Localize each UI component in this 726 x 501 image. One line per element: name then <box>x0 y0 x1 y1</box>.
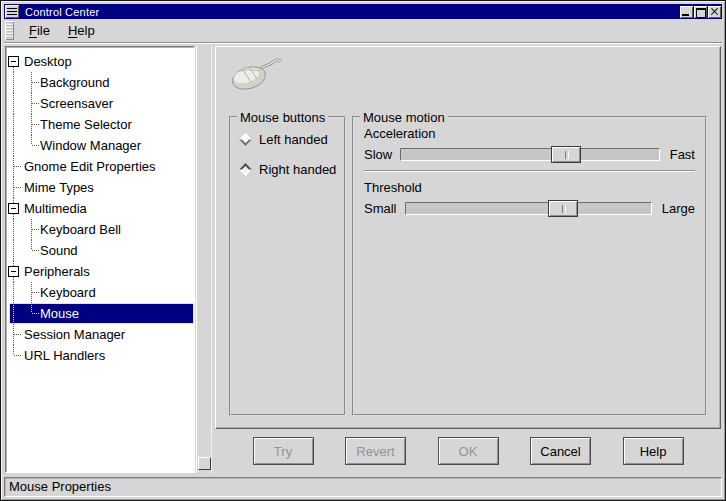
tree: DesktopBackgroundScreensaverTheme Select… <box>6 47 194 366</box>
control-center-window: Control Center FileHelp DesktopBackgroun… <box>0 0 726 501</box>
tree-item-mime-types[interactable]: Mime Types <box>7 177 194 198</box>
tree-item-label: Mouse <box>40 303 79 324</box>
paned-handle-icon[interactable] <box>198 457 211 470</box>
menu-item-file[interactable]: File <box>20 21 59 40</box>
tree-item-label: Mime Types <box>24 177 94 198</box>
menu-item-help[interactable]: Help <box>59 21 104 40</box>
tree-connector <box>32 229 39 230</box>
menubar-grip-icon[interactable] <box>5 21 14 40</box>
status-bar: Mouse Properties <box>4 477 722 497</box>
tree-item-mouse[interactable]: Mouse <box>7 303 194 324</box>
tree-connector <box>13 135 14 156</box>
minimize-icon[interactable] <box>680 6 693 18</box>
tree-connector <box>14 355 21 356</box>
tree-connector <box>32 145 39 146</box>
radio-icon[interactable] <box>239 133 252 146</box>
revert-button[interactable]: Revert <box>345 437 406 465</box>
radio-label: Right handed <box>259 162 336 177</box>
tree-item-background[interactable]: Background <box>7 72 194 93</box>
maximize-icon[interactable] <box>694 6 707 18</box>
cancel-button[interactable]: Cancel <box>530 437 591 465</box>
tree-item-label: Gnome Edit Properties <box>24 156 156 177</box>
paned-divider[interactable] <box>196 46 212 473</box>
mouse-buttons-legend: Mouse buttons <box>237 110 328 125</box>
frames-row: Mouse buttons Left handedRight handed Mo… <box>229 116 707 416</box>
titlebar[interactable]: Control Center <box>4 4 722 19</box>
radio-icon[interactable] <box>239 163 252 176</box>
tree-item-gnome-edit-properties[interactable]: Gnome Edit Properties <box>7 156 194 177</box>
acceleration-max-label: Fast <box>670 147 695 162</box>
tree-item-session-manager[interactable]: Session Manager <box>7 324 194 345</box>
threshold-max-label: Large <box>662 201 695 216</box>
acceleration-slider-handle[interactable] <box>551 146 581 163</box>
tree-item-label: Keyboard <box>40 282 96 303</box>
try-button[interactable]: Try <box>253 437 314 465</box>
menubar-items: FileHelp <box>20 21 104 40</box>
radio-right-handed[interactable]: Right handed <box>238 162 337 177</box>
tree-connector <box>13 303 14 324</box>
ok-button[interactable]: OK <box>438 437 499 465</box>
right-column: Mouse buttons Left handedRight handed Mo… <box>215 46 721 473</box>
mouse-motion-legend: Mouse motion <box>360 110 448 125</box>
tree-connector <box>13 282 14 303</box>
tree-item-peripherals[interactable]: Peripherals <box>7 261 194 282</box>
tree-item-label: URL Handlers <box>24 345 105 366</box>
tree-connector <box>32 124 39 125</box>
tree-connector <box>14 334 21 335</box>
tree-item-label: Sound <box>40 240 78 261</box>
mouse-settings-panel: Mouse buttons Left handedRight handed Mo… <box>215 46 721 429</box>
tree-item-label: Keyboard Bell <box>40 219 121 240</box>
tree-item-window-manager[interactable]: Window Manager <box>7 135 194 156</box>
tree-item-keyboard-bell[interactable]: Keyboard Bell <box>7 219 194 240</box>
tree-item-label: Window Manager <box>40 135 141 156</box>
tree-connector <box>14 166 21 167</box>
mouse-icon <box>229 56 707 92</box>
tree-connector <box>32 292 39 293</box>
close-icon[interactable] <box>708 6 721 18</box>
tree-expander-icon[interactable] <box>8 266 19 277</box>
motion-separator <box>364 170 695 172</box>
tree-connector <box>14 187 21 188</box>
tree-expander-icon[interactable] <box>8 56 19 67</box>
tree-item-url-handlers[interactable]: URL Handlers <box>7 345 194 366</box>
threshold-slider[interactable] <box>405 202 652 215</box>
tree-item-keyboard[interactable]: Keyboard <box>7 282 194 303</box>
status-text: Mouse Properties <box>9 479 111 494</box>
acceleration-label: Acceleration <box>364 126 695 141</box>
tree-item-desktop[interactable]: Desktop <box>7 51 194 72</box>
tree-item-multimedia[interactable]: Multimedia <box>7 198 194 219</box>
menubar-divider <box>4 42 722 44</box>
tree-item-label: Screensaver <box>40 93 113 114</box>
mouse-buttons-frame: Mouse buttons Left handedRight handed <box>229 116 346 416</box>
tree-connector <box>31 303 32 313</box>
help-button[interactable]: Help <box>623 437 684 465</box>
radio-group: Left handedRight handed <box>238 132 337 177</box>
tree-connector <box>13 114 14 135</box>
tree-connector <box>32 103 39 104</box>
menubar: FileHelp <box>4 19 722 42</box>
acceleration-slider[interactable] <box>400 148 660 161</box>
tree-connector <box>13 345 14 355</box>
tree-item-label: Background <box>40 72 109 93</box>
tree-item-label: Theme Selector <box>40 114 132 135</box>
tree-connector <box>13 72 14 93</box>
tree-connector <box>13 93 14 114</box>
tree-item-theme-selector[interactable]: Theme Selector <box>7 114 194 135</box>
threshold-label: Threshold <box>364 180 695 195</box>
tree-item-screensaver[interactable]: Screensaver <box>7 93 194 114</box>
tree-item-label: Peripherals <box>24 261 90 282</box>
tree-item-label: Session Manager <box>24 324 125 345</box>
mouse-motion-frame: Mouse motion Acceleration Slow Fast Thre… <box>352 116 707 416</box>
tree-item-sound[interactable]: Sound <box>7 240 194 261</box>
tree-connector <box>31 135 32 145</box>
radio-label: Left handed <box>259 132 328 147</box>
radio-left-handed[interactable]: Left handed <box>238 132 337 147</box>
action-area: TryRevertOKCancelHelp <box>215 429 721 473</box>
window-menu-icon[interactable] <box>5 5 19 18</box>
tree-connector <box>31 240 32 250</box>
tree-connector <box>13 240 14 261</box>
window-title: Control Center <box>25 6 99 18</box>
acceleration-min-label: Slow <box>364 147 392 162</box>
threshold-slider-handle[interactable] <box>548 200 578 217</box>
tree-expander-icon[interactable] <box>8 203 19 214</box>
